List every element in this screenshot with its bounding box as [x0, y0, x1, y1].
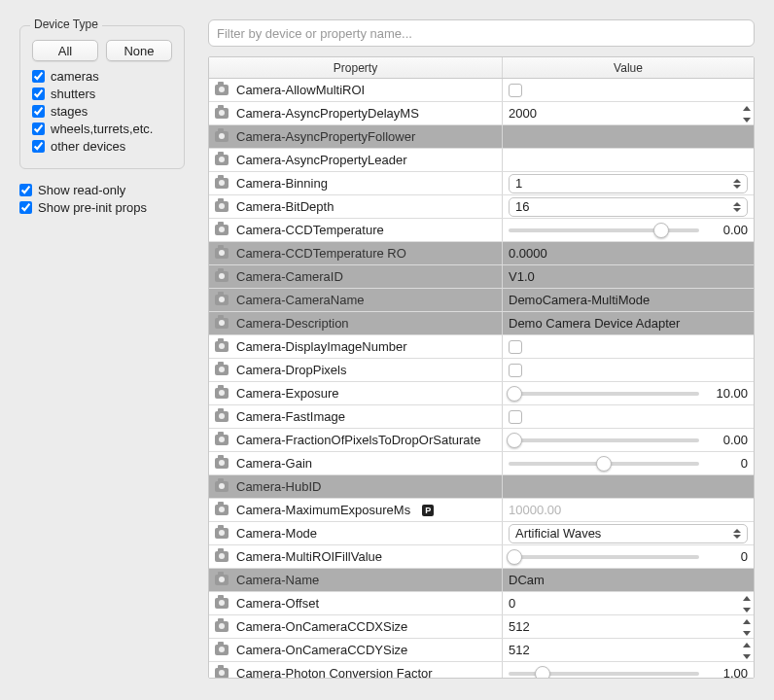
header-property: Property [209, 57, 503, 78]
value-cell[interactable]: 2000 [503, 102, 754, 124]
property-name: Camera-Photon Conversion Factor [236, 666, 433, 678]
property-name: Camera-Name [236, 573, 319, 587]
table-row: Camera-NameDCam [209, 569, 754, 592]
value-cell[interactable]: 0 [503, 545, 754, 568]
checkbox[interactable] [509, 410, 522, 424]
property-cell: Camera-DisplayImageNumber [209, 335, 503, 358]
camera-icon [215, 668, 229, 678]
property-cell: Camera-Description [209, 312, 503, 334]
camera-icon [215, 621, 229, 632]
value-cell[interactable]: 10000.00 [503, 499, 754, 521]
value-cell[interactable]: 1 [503, 172, 754, 194]
slider[interactable]: 0 [509, 456, 748, 471]
camera-icon [215, 341, 229, 352]
checkbox[interactable] [32, 105, 45, 118]
device-filter-stages[interactable]: stages [32, 104, 172, 119]
option-show-read-only[interactable]: Show read-only [19, 183, 185, 197]
slider-value: 0.00 [707, 223, 748, 237]
value-cell[interactable]: 0 [503, 452, 754, 474]
device-filter-wheels-turrets-etc-[interactable]: wheels,turrets,etc. [32, 122, 172, 136]
checkbox[interactable] [19, 201, 32, 214]
property-name: Camera-Mode [236, 526, 317, 541]
stepper[interactable] [740, 592, 754, 615]
option-show-pre-init-props[interactable]: Show pre-init props [19, 200, 185, 215]
checkbox[interactable] [32, 70, 45, 83]
camera-icon [215, 598, 229, 609]
value-text[interactable]: 2000 [509, 106, 748, 121]
table-row: Camera-HubID [209, 475, 754, 499]
checkbox[interactable] [509, 84, 522, 97]
table-row: Camera-CCDTemperature0.00 [209, 219, 754, 242]
property-name: Camera-AsyncPropertyFollower [236, 129, 415, 144]
value-cell[interactable]: 0 [503, 592, 754, 614]
select[interactable]: Artificial Waves [509, 524, 748, 543]
value-cell[interactable] [503, 79, 754, 101]
checkbox[interactable] [509, 340, 522, 354]
device-type-title: Device Type [30, 18, 102, 31]
table-body[interactable]: Camera-AllowMultiROICamera-AsyncProperty… [209, 79, 754, 678]
camera-icon [215, 645, 229, 655]
label: stages [51, 104, 88, 119]
select[interactable]: 1 [509, 174, 748, 193]
slider[interactable]: 1.00 [509, 666, 748, 678]
checkbox[interactable] [32, 140, 45, 153]
none-button[interactable]: None [106, 40, 172, 61]
camera-icon [215, 388, 229, 399]
property-name: Camera-AllowMultiROI [236, 83, 365, 97]
camera-icon [215, 201, 229, 212]
property-name: Camera-DropPixels [236, 363, 346, 377]
property-name: Camera-OnCameraCCDXSize [236, 619, 407, 634]
value-cell[interactable]: 1.00 [503, 662, 754, 678]
checkbox[interactable] [32, 88, 45, 100]
slider[interactable]: 10.00 [509, 386, 748, 401]
value-cell[interactable]: 16 [503, 195, 754, 218]
slider[interactable]: 0.00 [509, 433, 748, 447]
value-text[interactable]: 512 [509, 619, 748, 634]
checkbox[interactable] [509, 364, 522, 377]
property-cell: Camera-FastImage [209, 405, 503, 428]
checkbox[interactable] [19, 184, 32, 196]
value-text: DemoCamera-MultiMode [509, 293, 748, 307]
value-cell: Demo Camera Device Adapter [503, 312, 754, 334]
slider[interactable]: 0 [509, 549, 748, 564]
camera-icon [215, 108, 229, 119]
value-cell[interactable]: 10.00 [503, 382, 754, 404]
property-cell: Camera-CameraID [209, 265, 503, 288]
camera-icon [215, 411, 229, 422]
value-cell: DemoCamera-MultiMode [503, 289, 754, 311]
value-cell [503, 125, 754, 148]
slider-value: 1.00 [707, 666, 748, 678]
camera-icon [215, 295, 229, 305]
value-cell[interactable]: 512 [503, 639, 754, 661]
property-cell: Camera-Name [209, 569, 503, 591]
property-cell: Camera-DropPixels [209, 359, 503, 381]
select[interactable]: 16 [509, 197, 748, 217]
camera-icon [215, 505, 229, 515]
value-cell[interactable]: 0.00 [503, 219, 754, 241]
value-text[interactable]: 0 [509, 596, 748, 611]
device-filter-cameras[interactable]: cameras [32, 69, 172, 84]
value-cell[interactable] [503, 405, 754, 428]
value-text[interactable]: 512 [509, 643, 748, 657]
table-row: Camera-AsyncPropertyDelayMS2000 [209, 102, 754, 125]
stepper[interactable] [740, 102, 754, 125]
value-cell: V1.0 [503, 265, 754, 288]
value-cell[interactable] [503, 359, 754, 381]
device-filter-shutters[interactable]: shutters [32, 87, 172, 101]
table-row: Camera-DropPixels [209, 359, 754, 382]
property-cell: Camera-OnCameraCCDYSize [209, 639, 503, 661]
stepper[interactable] [740, 639, 754, 662]
value-cell[interactable]: Artificial Waves [503, 522, 754, 544]
all-button[interactable]: All [32, 40, 98, 61]
stepper[interactable] [740, 615, 754, 639]
value-text[interactable]: 10000.00 [509, 503, 748, 517]
slider-value: 10.00 [707, 386, 748, 401]
device-filter-other-devices[interactable]: other devices [32, 139, 172, 154]
value-cell[interactable] [503, 149, 754, 171]
filter-input[interactable] [208, 19, 755, 47]
checkbox[interactable] [32, 122, 45, 135]
value-cell[interactable] [503, 335, 754, 358]
value-cell[interactable]: 512 [503, 615, 754, 638]
slider[interactable]: 0.00 [509, 223, 748, 237]
value-cell[interactable]: 0.00 [503, 429, 754, 451]
